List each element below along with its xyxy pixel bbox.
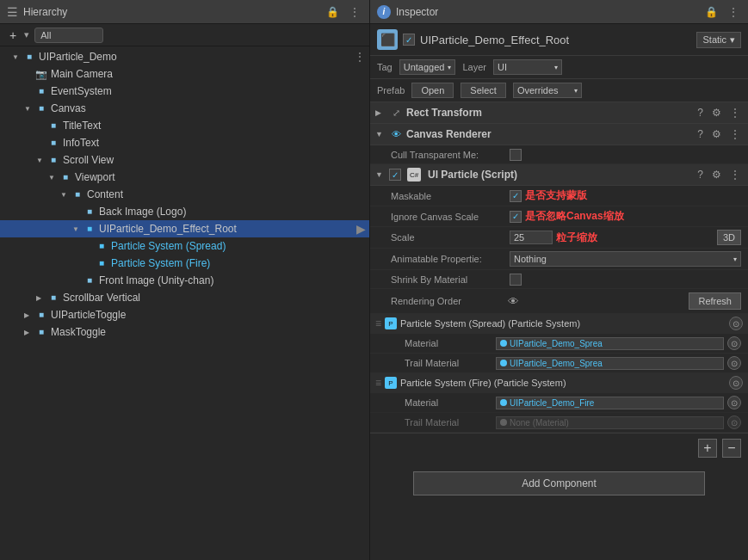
tree-item-uiparticle-toggle[interactable]: ▶ ■ UIParticleToggle bbox=[0, 306, 369, 323]
rect-expand-arrow[interactable]: ▶ bbox=[375, 108, 386, 117]
tree-item-particle-fire[interactable]: ■ Particle System (Fire) bbox=[0, 255, 369, 272]
animatable-dropdown[interactable]: Nothing ▾ bbox=[510, 251, 741, 267]
add-component-button[interactable]: Add Component bbox=[413, 471, 704, 495]
ignore-canvas-scale-checkbox[interactable]: ✓ bbox=[510, 211, 522, 223]
asset-dot-fire-material bbox=[500, 399, 507, 406]
label-event-system: EventSystem bbox=[51, 85, 112, 97]
overrides-dropdown[interactable]: Overrides ▾ bbox=[513, 83, 582, 98]
context-menu-uiparticle-root[interactable]: ▶ bbox=[356, 222, 366, 236]
ps-fire-trail-row: Trail Material None (Material) ⊙ bbox=[370, 412, 748, 432]
ps-fire-trail-ref[interactable]: None (Material) bbox=[496, 416, 724, 429]
ps-spread-circle-button[interactable]: ⊙ bbox=[729, 317, 743, 330]
cube-icon-event-system: ■ bbox=[34, 84, 48, 98]
inspector-more-button[interactable]: ⋮ bbox=[726, 5, 741, 19]
object-cube-icon: ⬛ bbox=[377, 29, 398, 50]
hierarchy-add-button[interactable]: + bbox=[7, 28, 19, 42]
ps-spread-trail-select[interactable]: ⊙ bbox=[727, 356, 741, 370]
rect-transform-more-button[interactable]: ⋮ bbox=[727, 107, 743, 119]
ps-fire-circle-button[interactable]: ⊙ bbox=[729, 376, 743, 390]
ps-fire-material-label: Material bbox=[405, 397, 491, 408]
inspector-header-actions: 🔒 ⋮ bbox=[702, 5, 741, 19]
tree-item-scrollbar-vertical[interactable]: ▶ ■ Scrollbar Vertical bbox=[0, 289, 369, 306]
canvas-expand-arrow[interactable]: ▼ bbox=[375, 130, 386, 138]
context-menu-uiparticle-demo[interactable]: ⋮ bbox=[354, 50, 366, 64]
expand-arrow-canvas: ▼ bbox=[24, 105, 34, 113]
hamburger-icon: ☰ bbox=[7, 5, 18, 19]
tree-item-uiparticle-demo[interactable]: ▼ ■ UIParticle_Demo ⋮ bbox=[0, 48, 369, 65]
drag-handle-fire[interactable]: ≡ bbox=[375, 377, 381, 389]
rect-transform-title: Rect Transform bbox=[406, 107, 691, 119]
ui-particle-more-button[interactable]: ⋮ bbox=[727, 169, 743, 181]
tree-item-event-system[interactable]: ■ EventSystem bbox=[0, 83, 369, 100]
rendering-order-eye-button[interactable]: 👁 bbox=[508, 295, 519, 308]
canvas-renderer-more-button[interactable]: ⋮ bbox=[727, 128, 743, 140]
tree-item-particle-spread[interactable]: ■ Particle System (Spread) bbox=[0, 237, 369, 255]
tree-item-main-camera[interactable]: 📷 Main Camera bbox=[0, 65, 369, 83]
ps-fire-material-ref[interactable]: UIParticle_Demo_Fire bbox=[496, 397, 724, 409]
prefab-select-button[interactable]: Select bbox=[461, 83, 506, 98]
tree-item-uiparticle-root[interactable]: ▼ ■ UIParticle_Demo_Effect_Root ▶ bbox=[0, 220, 369, 237]
animatable-value: Nothing ▾ bbox=[510, 251, 741, 267]
label-uiparticle-toggle: UIParticleToggle bbox=[51, 309, 126, 321]
scale-input[interactable] bbox=[510, 231, 553, 244]
hierarchy-title: Hierarchy bbox=[23, 6, 318, 18]
rect-transform-settings-button[interactable]: ⚙ bbox=[709, 107, 724, 119]
maskable-checkbox[interactable]: ✓ bbox=[510, 190, 522, 202]
animatable-dropdown-arrow: ▾ bbox=[733, 255, 737, 263]
label-canvas: Canvas bbox=[51, 102, 86, 114]
ui-particle-help-button[interactable]: ? bbox=[695, 169, 706, 181]
rect-transform-help-button[interactable]: ? bbox=[695, 107, 706, 119]
label-mask-toggle: MaskToggle bbox=[51, 326, 106, 338]
hierarchy-more-button[interactable]: ⋮ bbox=[347, 5, 362, 19]
label-particle-fire: Particle System (Fire) bbox=[111, 257, 210, 269]
tree-item-viewport[interactable]: ▼ ■ Viewport bbox=[0, 169, 369, 186]
scale-3d-button[interactable]: 3D bbox=[717, 230, 741, 245]
tree-item-info-text[interactable]: ■ InfoText bbox=[0, 134, 369, 151]
add-particle-button[interactable]: + bbox=[698, 439, 717, 458]
hierarchy-search-input[interactable] bbox=[34, 28, 103, 43]
layer-dropdown[interactable]: UI ▾ bbox=[493, 59, 562, 75]
ps-spread-material-select[interactable]: ⊙ bbox=[727, 336, 741, 350]
object-active-checkbox[interactable]: ✓ bbox=[403, 34, 415, 46]
inspector-lock-button[interactable]: 🔒 bbox=[702, 5, 720, 19]
label-particle-spread: Particle System (Spread) bbox=[111, 240, 226, 252]
tree-item-mask-toggle[interactable]: ▶ ■ MaskToggle bbox=[0, 323, 369, 341]
drag-handle-spread[interactable]: ≡ bbox=[375, 317, 381, 329]
ui-particle-expand-arrow[interactable]: ▼ bbox=[375, 170, 386, 179]
cube-icon-viewport: ■ bbox=[59, 170, 72, 184]
ps-spread-trail-ref[interactable]: UIParticle_Demo_Sprea bbox=[496, 357, 724, 370]
remove-particle-button[interactable]: − bbox=[722, 439, 741, 458]
canvas-renderer-settings-button[interactable]: ⚙ bbox=[709, 128, 724, 140]
ui-particle-settings-button[interactable]: ⚙ bbox=[709, 169, 724, 181]
ps-spread-material-ref[interactable]: UIParticle_Demo_Sprea bbox=[496, 337, 724, 350]
scale-value: 粒子缩放 3D bbox=[510, 230, 741, 245]
refresh-button[interactable]: Refresh bbox=[689, 292, 741, 310]
tree-item-title-text[interactable]: ■ TitleText bbox=[0, 117, 369, 134]
tree-item-back-image[interactable]: ■ Back Image (Logo) bbox=[0, 203, 369, 220]
tree-item-scroll-view[interactable]: ▼ ■ Scroll View bbox=[0, 151, 369, 169]
info-icon: i bbox=[377, 5, 391, 19]
cull-transparent-checkbox[interactable] bbox=[510, 149, 522, 161]
tree-item-content[interactable]: ▼ ■ Content bbox=[0, 186, 369, 203]
ps-icon-fire: P bbox=[385, 377, 397, 389]
tree-item-front-image[interactable]: ■ Front Image (Unity-chan) bbox=[0, 272, 369, 289]
hierarchy-lock-button[interactable]: 🔒 bbox=[324, 5, 342, 19]
prefab-open-button[interactable]: Open bbox=[411, 83, 454, 98]
hierarchy-header-actions: 🔒 ⋮ bbox=[324, 5, 362, 19]
static-dropdown[interactable]: Static ▾ bbox=[696, 32, 741, 48]
tree-item-canvas[interactable]: ▼ ■ Canvas bbox=[0, 100, 369, 117]
scale-annotation: 粒子缩放 bbox=[556, 231, 597, 245]
ps-fire-trail-select[interactable]: ⊙ bbox=[727, 415, 741, 429]
canvas-renderer-help-button[interactable]: ? bbox=[695, 128, 706, 140]
inspector-content: ⬛ ✓ UIParticle_Demo_Effect_Root Static ▾… bbox=[370, 24, 748, 560]
tag-dropdown[interactable]: Untagged ▾ bbox=[399, 59, 456, 75]
label-front-image: Front Image (Unity-chan) bbox=[99, 274, 213, 286]
overrides-dropdown-arrow: ▾ bbox=[574, 87, 578, 95]
expand-arrow-uiparticle-toggle: ▶ bbox=[24, 311, 34, 319]
expand-arrow-mask-toggle: ▶ bbox=[24, 329, 34, 336]
ui-particle-title: UI Particle (Script) bbox=[428, 169, 691, 181]
maskable-label: Maskable bbox=[391, 191, 503, 201]
ui-particle-checkbox[interactable]: ✓ bbox=[389, 169, 401, 181]
ps-fire-material-select[interactable]: ⊙ bbox=[727, 396, 741, 409]
shrink-by-material-checkbox[interactable] bbox=[510, 274, 522, 286]
